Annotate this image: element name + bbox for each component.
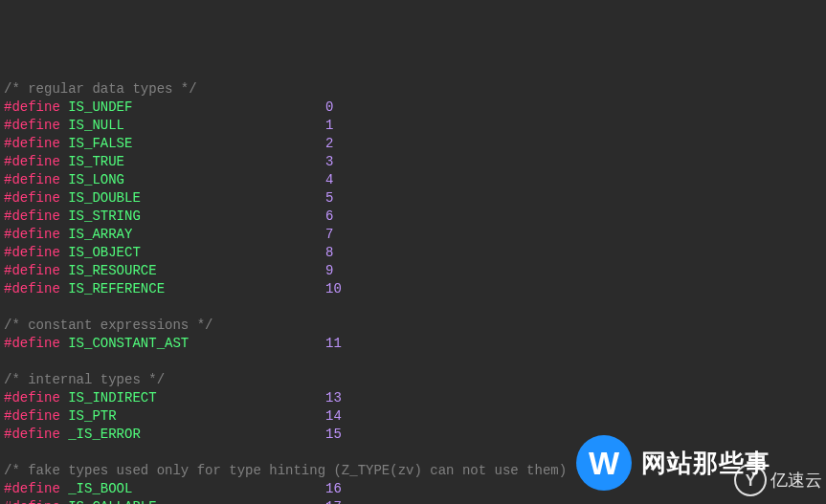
define-identifier: IS_TRUE (60, 154, 124, 169)
define-identifier: IS_CONSTANT_AST (60, 336, 189, 351)
define-identifier: IS_LONG (60, 172, 124, 187)
define-keyword: #define (4, 390, 60, 405)
define-identifier: IS_CALLABLE (60, 499, 157, 504)
define-identifier: IS_INDIRECT (60, 390, 157, 405)
define-keyword: #define (4, 118, 60, 133)
blank-line (4, 298, 822, 317)
define-line: #define IS_NULL 1 (4, 117, 822, 135)
define-value: 2 (325, 136, 333, 151)
define-line: #define IS_PTR 14 (4, 407, 822, 426)
define-identifier: IS_ARRAY (60, 227, 133, 242)
define-keyword: #define (4, 427, 60, 442)
define-value: 7 (325, 227, 333, 242)
define-keyword: #define (4, 190, 60, 206)
define-value: 6 (325, 208, 333, 224)
define-value: 3 (325, 154, 333, 169)
define-line: #define IS_UNDEF 0 (4, 99, 822, 117)
define-line: #define IS_RESOURCE 9 (4, 262, 822, 280)
define-value: 4 (325, 172, 333, 187)
define-line: #define IS_REFERENCE 10 (4, 280, 822, 298)
define-value: 1 (325, 118, 333, 133)
define-value: 11 (325, 336, 342, 351)
define-line: #define IS_STRING 6 (4, 208, 822, 226)
define-value: 9 (325, 263, 333, 278)
define-keyword: #define (4, 99, 60, 115)
define-identifier: IS_UNDEF (60, 99, 133, 115)
define-value: 13 (325, 390, 342, 405)
define-value: 0 (325, 99, 333, 115)
watermark-secondary-text: 亿速云 (770, 471, 822, 490)
watermark-primary-icon: W (576, 435, 632, 491)
define-keyword: #define (4, 136, 60, 151)
define-keyword: #define (4, 408, 60, 424)
define-value: 15 (325, 427, 342, 442)
code-comment: /* regular data types */ (4, 80, 822, 99)
define-value: 17 (325, 499, 342, 504)
define-keyword: #define (4, 245, 60, 260)
define-value: 14 (325, 408, 342, 424)
define-keyword: #define (4, 499, 60, 504)
define-line: #define IS_DOUBLE 5 (4, 189, 822, 208)
define-identifier: _IS_BOOL (60, 481, 133, 496)
define-keyword: #define (4, 281, 60, 296)
blank-line (4, 353, 822, 371)
code-comment: /* internal types */ (4, 371, 822, 389)
define-line: #define IS_CALLABLE 17 (4, 498, 822, 504)
define-keyword: #define (4, 263, 60, 278)
define-value: 16 (325, 481, 342, 496)
define-keyword: #define (4, 208, 60, 224)
define-line: #define IS_ARRAY 7 (4, 226, 822, 244)
define-identifier: IS_DOUBLE (60, 190, 141, 206)
define-line: #define IS_CONSTANT_AST 11 (4, 335, 822, 353)
watermark-secondary: Y 亿速云 (734, 464, 822, 496)
define-identifier: IS_OBJECT (60, 245, 141, 260)
define-value: 10 (325, 281, 342, 296)
define-line: #define IS_OBJECT 8 (4, 244, 822, 262)
define-line: #define IS_INDIRECT 13 (4, 389, 822, 407)
define-keyword: #define (4, 227, 60, 242)
define-identifier: IS_PTR (60, 408, 117, 424)
define-keyword: #define (4, 336, 60, 351)
watermark-secondary-icon: Y (734, 464, 767, 496)
code-comment: /* constant expressions */ (4, 317, 822, 335)
define-value: 5 (325, 190, 333, 206)
define-identifier: IS_NULL (60, 118, 124, 133)
define-value: 8 (325, 245, 333, 260)
define-keyword: #define (4, 172, 60, 187)
define-identifier: _IS_ERROR (60, 427, 141, 442)
define-keyword: #define (4, 481, 60, 496)
define-identifier: IS_REFERENCE (60, 281, 165, 296)
define-identifier: IS_STRING (60, 208, 141, 224)
define-line: #define IS_FALSE 2 (4, 135, 822, 153)
define-identifier: IS_RESOURCE (60, 263, 157, 278)
define-identifier: IS_FALSE (60, 136, 133, 151)
define-line: #define IS_LONG 4 (4, 171, 822, 189)
define-line: #define IS_TRUE 3 (4, 153, 822, 171)
define-keyword: #define (4, 154, 60, 169)
